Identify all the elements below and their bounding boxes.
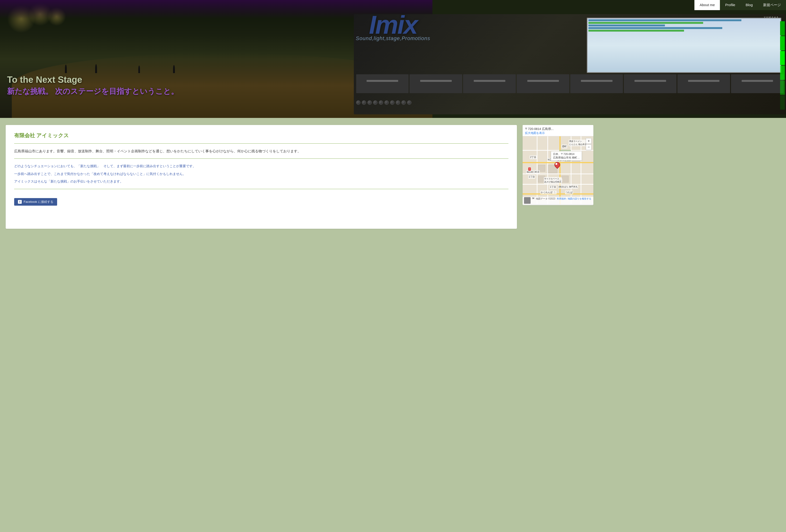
fader-1[interactable]	[356, 74, 409, 93]
map-label-霞町: 霞町	[561, 145, 567, 148]
console-screen-inner	[587, 18, 781, 72]
article-card: 有限会社 アイミックス 広島県福山市にあります。音響、録音、放送制作、舞台、照明…	[6, 125, 517, 229]
knob-6[interactable]	[385, 100, 389, 105]
article-quote-3: アイミックスはそんな「新たな挑戦」のお手伝いをさせていただきます。	[14, 178, 508, 185]
divider-3	[14, 189, 508, 189]
map-tooltip: 日本、〒720-0814 広島県福山市光 南町…	[551, 151, 582, 161]
road-h-3	[523, 184, 594, 185]
knob-4[interactable]	[373, 100, 377, 105]
map-footer: 🗺 地図データ ©2023 利用規約 地図の誤りを報告する	[523, 197, 594, 204]
fader-8[interactable]	[731, 74, 784, 93]
screen-bar-4	[588, 27, 722, 29]
map-label-kakurenbo: かくれんぼ 🍴	[540, 191, 557, 194]
fb-button-label: Facebook に接続する	[24, 200, 53, 204]
person-silhouette-2	[95, 64, 97, 73]
brand-title: Imix	[356, 12, 430, 38]
article-quote-1: どのようなシチュエーションにおいても、「新たな挑戦」 そして、まず最初に一歩前に…	[14, 163, 508, 169]
brand-subtitle: Sound,light,stage,Promotions	[356, 35, 430, 42]
hero-tagline: To the Next Stage 新たな挑戦。 次のステージを目指すということ…	[7, 75, 179, 97]
nav-about-me[interactable]: About me	[694, 0, 720, 10]
knob-3[interactable]	[368, 100, 372, 105]
screen-bar-1	[588, 19, 741, 21]
map-label-ramen: 博多ラーメンとんとん 福山本店	[569, 140, 587, 146]
map-zoom-in-button[interactable]: +	[586, 138, 592, 144]
knobs-row	[356, 96, 784, 110]
map-expand-link[interactable]: 拡大地図を表示	[525, 131, 591, 135]
fader-3[interactable]	[463, 74, 516, 93]
knob-7[interactable]	[390, 100, 394, 105]
screen-bar-2	[588, 22, 703, 24]
nav-new-page[interactable]: 新規ページ	[758, 0, 786, 10]
map-icon-label: 🗺	[532, 197, 534, 204]
divider-1	[14, 143, 508, 144]
article-title: 有限会社 アイミックス	[14, 132, 508, 139]
knob-5[interactable]	[379, 100, 383, 105]
road-h-1	[523, 150, 594, 151]
tooltip-line1: 日本、〒720-0814	[553, 152, 580, 156]
map-body[interactable]: 霞町 2丁目 博多ラーメンとんとん 福山本店 KOKON.ここん 1丁目 1丁目…	[523, 136, 594, 204]
map-grid-bg: 霞町 2丁目 博多ラーメンとんとん 福山本店 KOKON.ここん 1丁目 1丁目…	[523, 136, 594, 204]
map-data-label: 地図データ ©2023	[536, 197, 555, 204]
screen-bar-3	[588, 25, 665, 26]
facebook-connect-button[interactable]: f Facebook に接続する	[14, 198, 57, 205]
facebook-icon: f	[18, 200, 22, 204]
map-label-cycle: サイクルベースあさひ福山光南店	[544, 177, 562, 184]
tagline-japanese: 新たな挑戦。 次のステージを目指すということ。	[7, 86, 179, 97]
main-content: 有限会社 アイミックス 広島県福山市にあります。音響、録音、放送制作、舞台、照明…	[0, 118, 786, 236]
map-thumbnail	[524, 197, 531, 204]
fader-6[interactable]	[624, 74, 676, 93]
screen-bar-5	[588, 30, 684, 31]
nav-blog[interactable]: Blog	[740, 0, 758, 10]
map-label-shiroba: (株)白ばら 御門本丸	[558, 185, 578, 189]
map-pin	[554, 162, 559, 168]
fader-5[interactable]	[570, 74, 623, 93]
map-label-tsutaba: つたば	[565, 191, 573, 194]
main-nav: About me Profile Blog 新規ページ	[694, 0, 786, 10]
led-meters	[780, 21, 785, 110]
road-h-main-2	[523, 193, 594, 195]
person-silhouette-4	[173, 65, 175, 73]
map-label-1丁目-a: 1丁目	[528, 175, 535, 179]
knob-2[interactable]	[362, 100, 366, 105]
nav-profile[interactable]: Profile	[720, 0, 740, 10]
map-label-1丁目-c: 1丁目	[550, 185, 557, 189]
knob-10[interactable]	[407, 100, 411, 105]
console-screen	[587, 18, 781, 73]
hero-brand: Imix Sound,light,stage,Promotions	[356, 12, 430, 42]
fader-4[interactable]	[517, 74, 569, 93]
knob-1[interactable]	[356, 100, 361, 105]
map-card: 〒720-0814 広島県... 拡大地図を表示	[523, 125, 594, 205]
knob-8[interactable]	[396, 100, 400, 105]
map-terms-link[interactable]: 利用規約	[557, 197, 566, 204]
knob-9[interactable]	[401, 100, 406, 105]
map-icon-7eleven: 7	[528, 167, 531, 171]
hero-section: YAMAHA	[0, 0, 786, 118]
person-silhouette-3	[138, 66, 140, 73]
divider-2	[14, 159, 508, 159]
fader-2[interactable]	[410, 74, 462, 93]
map-zoom-out-button[interactable]: −	[586, 144, 592, 150]
fader-7[interactable]	[677, 74, 730, 93]
building-4	[561, 176, 569, 183]
tooltip-line2: 広島県福山市光 南町…	[553, 156, 580, 160]
map-address: 〒720-0814 広島県...	[525, 127, 591, 131]
faders-row	[356, 74, 784, 93]
tagline-english: To the Next Stage	[7, 75, 179, 85]
article-body: 広島県福山市にあります。音響、録音、放送制作、舞台、照明・イベント企画制作などを…	[14, 148, 508, 154]
map-label-fukuyama: 福山道三町店	[526, 170, 540, 174]
person-silhouette-1	[65, 65, 67, 73]
map-header: 〒720-0814 広島県... 拡大地図を表示	[523, 125, 594, 136]
article-quote-2: 一歩前へ踏み出すことで、これまで気付かなかった「改めて考えなければならないこと」…	[14, 171, 508, 177]
map-label-2丁目: 2丁目	[530, 155, 537, 159]
map-report-link[interactable]: 地図の誤りを報告する	[568, 197, 591, 204]
